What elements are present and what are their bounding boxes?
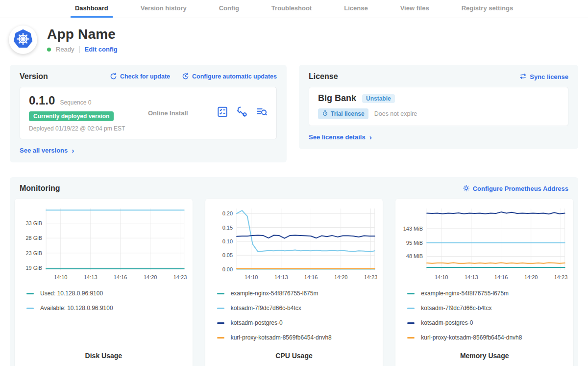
tab-registry-settings[interactable]: Registry settings	[457, 0, 517, 18]
legend-dash-icon	[407, 337, 415, 339]
svg-text:14:16: 14:16	[114, 274, 127, 280]
disk-usage-chart: 14:1014:1314:1614:2014:2333 GiB28 GiB23 …	[21, 205, 187, 282]
chevron-right-icon: ›	[369, 133, 372, 141]
current-version-card: 0.1.0 Sequence 0 Currently deployed vers…	[20, 87, 277, 139]
legend-label: kotsadm-7f9dc7d66c-b4tcx	[421, 305, 491, 312]
legend-item: Available: 10.128.0.96:9100	[21, 301, 187, 315]
top-navigation: DashboardVersion historyConfigTroublesho…	[0, 0, 588, 18]
check-for-update-link[interactable]: Check for update	[110, 73, 170, 81]
status-dot	[47, 48, 51, 52]
legend-dash-icon	[217, 308, 224, 309]
svg-text:143 MiB: 143 MiB	[403, 226, 423, 232]
see-license-details-link[interactable]: See license details›	[309, 133, 372, 141]
clock-refresh-icon	[182, 73, 189, 81]
memory-usage-card: 14:1014:1314:1614:2014:23143 MiB95 MiB48…	[395, 199, 573, 366]
legend-label: kotsadm-postgres-0	[421, 319, 473, 326]
legend-item: kotsadm-postgres-0	[211, 315, 377, 330]
install-type-label: Online Install	[144, 109, 217, 117]
monitoring-title: Monitoring	[20, 184, 60, 193]
divider	[79, 46, 80, 53]
cpu-usage-card: 14:1014:1314:1614:2014:230.200.150.100.0…	[205, 199, 383, 366]
svg-text:33 GiB: 33 GiB	[25, 220, 42, 226]
svg-text:0.10: 0.10	[222, 238, 232, 244]
legend-label: example-nginx-54f8f76755-l675m	[421, 290, 509, 297]
stopwatch-icon	[322, 110, 328, 118]
version-title: Version	[20, 72, 48, 81]
tab-troubleshoot[interactable]: Troubleshoot	[267, 0, 316, 18]
legend-dash-icon	[217, 322, 224, 324]
svg-text:14:23: 14:23	[173, 274, 187, 280]
deployed-timestamp: Deployed 01/19/22 @ 02:04 pm EST	[29, 125, 144, 132]
cpu-usage-chart: 14:1014:1314:1614:2014:230.200.150.100.0…	[211, 205, 377, 282]
svg-text:14:13: 14:13	[84, 274, 98, 280]
cpu-usage-legend: example-nginx-54f8f76755-l675mkotsadm-7f…	[211, 286, 377, 345]
disk-usage-card: 14:1014:1314:1614:2014:2333 GiB28 GiB23 …	[15, 199, 193, 366]
legend-label: kurl-proxy-kotsadm-8569fb6454-dnvh8	[231, 334, 332, 341]
tab-view-files[interactable]: View files	[396, 0, 434, 18]
svg-text:95 MiB: 95 MiB	[406, 240, 423, 246]
sync-license-link[interactable]: Sync license	[519, 73, 568, 81]
legend-label: kotsadm-postgres-0	[231, 319, 283, 326]
svg-text:0.05: 0.05	[222, 252, 232, 258]
version-number: 0.1.0	[29, 94, 55, 107]
tab-license[interactable]: License	[340, 0, 372, 18]
sync-arrows-icon	[519, 73, 527, 81]
preflight-checks-icon[interactable]	[217, 106, 228, 120]
license-title: License	[309, 72, 338, 81]
legend-item: example-nginx-54f8f76755-l675m	[401, 286, 567, 301]
legend-item: example-nginx-54f8f76755-l675m	[211, 286, 377, 301]
svg-text:14:23: 14:23	[554, 274, 567, 280]
svg-text:14:13: 14:13	[274, 274, 288, 280]
license-expiry: Does not expire	[374, 110, 417, 117]
diff-view-icon[interactable]	[256, 106, 268, 120]
chevron-right-icon: ›	[72, 146, 74, 155]
legend-label: kurl-proxy-kotsadm-8569fb6454-dnvh8	[421, 334, 522, 341]
disk-usage-legend: Used: 10.128.0.96:9100Available: 10.128.…	[21, 286, 187, 315]
refresh-icon	[110, 73, 117, 81]
gear-icon	[463, 184, 470, 193]
svg-text:28 GiB: 28 GiB	[25, 235, 42, 241]
status-text: Ready	[56, 46, 74, 53]
tab-version-history[interactable]: Version history	[136, 0, 191, 18]
legend-label: kotsadm-7f9dc7d66c-b4tcx	[231, 305, 301, 312]
see-all-versions-link[interactable]: See all versions›	[20, 146, 74, 155]
legend-dash-icon	[217, 293, 224, 294]
svg-text:14:10: 14:10	[54, 274, 68, 280]
legend-item: kotsadm-postgres-0	[401, 315, 567, 330]
legend-label: example-nginx-54f8f76755-l675m	[231, 290, 318, 297]
monitoring-section: Monitoring Configure Prometheus Address …	[10, 177, 578, 366]
chart-title: Disk Usage	[21, 345, 187, 364]
app-header: App Name Ready Edit config	[0, 18, 588, 59]
svg-text:23 GiB: 23 GiB	[25, 250, 42, 256]
license-details-card: Big Bank Unstable Trial license Do	[309, 87, 568, 126]
version-card: Version Check for update	[10, 65, 287, 162]
config-wrench-icon[interactable]	[236, 106, 248, 120]
svg-text:14:16: 14:16	[494, 274, 508, 280]
legend-item: kurl-proxy-kotsadm-8569fb6454-dnvh8	[401, 330, 567, 345]
legend-label: Available: 10.128.0.96:9100	[40, 305, 113, 312]
svg-text:0.15: 0.15	[222, 225, 232, 231]
configure-automatic-updates-link[interactable]: Configure automatic updates	[182, 73, 277, 81]
edit-config-link[interactable]: Edit config	[85, 46, 118, 53]
app-logo	[9, 26, 37, 54]
trial-license-badge: Trial license	[318, 108, 368, 119]
memory-usage-chart: 14:1014:1314:1614:2014:23143 MiB95 MiB48…	[401, 205, 567, 282]
configure-prometheus-link[interactable]: Configure Prometheus Address	[463, 184, 568, 193]
legend-dash-icon	[407, 293, 415, 294]
deployed-badge: Currently deployed version	[29, 111, 114, 121]
legend-dash-icon	[407, 308, 415, 309]
tab-config[interactable]: Config	[215, 0, 244, 18]
svg-text:14:20: 14:20	[334, 274, 348, 280]
tab-dashboard[interactable]: Dashboard	[71, 0, 113, 18]
legend-dash-icon	[26, 293, 34, 294]
svg-text:0.20: 0.20	[222, 210, 232, 216]
legend-item: Used: 10.128.0.96:9100	[21, 286, 187, 301]
svg-text:14:13: 14:13	[465, 274, 478, 280]
customer-name: Big Bank	[318, 93, 356, 104]
legend-dash-icon	[26, 308, 34, 309]
legend-item: kotsadm-7f9dc7d66c-b4tcx	[211, 301, 377, 315]
chart-title: Memory Usage	[401, 345, 567, 364]
chart-title: CPU Usage	[211, 345, 377, 364]
version-sequence: Sequence 0	[60, 99, 91, 106]
svg-text:14:10: 14:10	[245, 274, 258, 280]
